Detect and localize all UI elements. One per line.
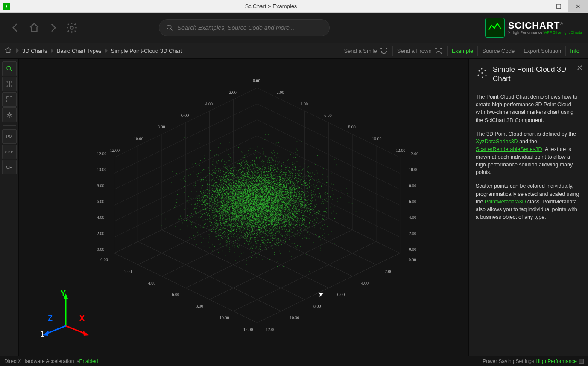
svg-point-1 (167, 25, 171, 29)
app-icon: ✦ (3, 3, 10, 10)
power-saving-label: Power Saving Settings: (483, 358, 535, 364)
info-panel: ✕ Simple Point-Cloud 3D Chart The Point-… (468, 59, 588, 356)
logo-name: SCICHART (508, 20, 560, 31)
close-panel-button[interactable]: ✕ (576, 63, 583, 73)
link-scatterrenderableseries3d[interactable]: ScatterRenderableSeries3D (476, 146, 542, 152)
breadcrumb-home-icon[interactable] (4, 46, 13, 55)
gear-tool-button[interactable] (2, 107, 17, 122)
link-xyzdataseries3d[interactable]: XyzDataSeries3D (476, 139, 518, 145)
zoom-tool-button[interactable] (2, 61, 17, 76)
status-indicator[interactable] (579, 359, 584, 364)
svg-point-16 (478, 75, 479, 76)
op-tool-button[interactable]: OP (2, 160, 17, 174)
svg-text:Y: Y (61, 289, 66, 298)
search-icon (166, 24, 173, 32)
send-frown-button[interactable]: Send a Frown (392, 46, 447, 56)
back-button[interactable] (9, 21, 22, 35)
svg-text:X: X (79, 314, 85, 322)
svg-point-14 (479, 70, 480, 72)
window-title: SciChart > Examples (13, 3, 529, 9)
frown-icon (434, 48, 443, 54)
home-button[interactable] (27, 21, 41, 35)
chevron-right-icon (51, 48, 53, 53)
tab-export-solution[interactable]: Export Solution (519, 46, 565, 56)
svg-marker-8 (83, 331, 89, 336)
hw-accel-value: Enabled (79, 358, 98, 364)
hw-accel-label: DirectX Hardware Acceleration is (4, 358, 79, 364)
chart-tools-sidebar: PM SIZE OP (0, 59, 19, 356)
send-smile-button[interactable]: Send a Smile (339, 46, 392, 56)
breadcrumb-row: 3D Charts Basic Chart Types Simple Point… (0, 43, 588, 59)
svg-point-0 (70, 26, 73, 29)
status-bar: DirectX Hardware Acceleration is Enabled… (0, 356, 588, 366)
tab-example[interactable]: Example (447, 46, 478, 56)
svg-point-20 (480, 73, 480, 74)
link-pointmetadata3d[interactable]: PointMetadata3D (485, 199, 526, 205)
svg-text:Z: Z (48, 314, 53, 322)
info-panel-body: The Point-Cloud Chart demo shows how to … (476, 93, 581, 221)
chart-overlay-number: 1 (40, 330, 44, 339)
brand-logo: SCICHART® > High Performance WPF Silverl… (485, 18, 582, 38)
chart-3d-viewport[interactable]: Y X Z 1 ➤ (19, 59, 468, 356)
size-tool-button[interactable]: SIZE (2, 145, 17, 159)
maximize-button[interactable]: ☐ (549, 0, 568, 13)
pm-tool-button[interactable]: PM (2, 129, 17, 144)
breadcrumb-item[interactable]: Basic Chart Types (55, 48, 103, 54)
forward-button[interactable] (46, 21, 60, 35)
breadcrumb-item[interactable]: 3D Charts (20, 48, 49, 54)
fullscreen-tool-button[interactable] (2, 92, 17, 107)
svg-point-18 (481, 68, 483, 70)
logo-icon (485, 18, 505, 38)
search-input[interactable] (178, 24, 322, 31)
svg-point-21 (484, 73, 485, 73)
settings-button[interactable] (65, 21, 79, 35)
breadcrumb-item[interactable]: Simple Point-Cloud 3D Chart (109, 48, 184, 54)
power-saving-value: High Performance (535, 358, 577, 364)
top-toolbar: SCICHART® > High Performance WPF Silverl… (0, 13, 588, 43)
chevron-right-icon (16, 48, 19, 53)
smile-icon (380, 48, 388, 54)
chevron-right-icon (105, 48, 108, 53)
svg-point-15 (485, 70, 486, 71)
tab-info[interactable]: Info (565, 46, 584, 56)
svg-point-19 (482, 77, 483, 78)
window-titlebar: ✦ SciChart > Examples — ☐ ✕ (0, 0, 588, 13)
info-panel-title: Simple Point-Cloud 3D Chart (493, 65, 581, 84)
scatter-icon (476, 67, 489, 79)
svg-point-13 (481, 72, 483, 74)
svg-point-17 (486, 75, 487, 76)
window-close-button[interactable]: ✕ (568, 0, 588, 13)
tab-source-code[interactable]: Source Code (477, 46, 519, 56)
svg-point-3 (8, 114, 10, 116)
minimize-button[interactable]: — (529, 0, 549, 13)
axis-gizmo: Y X Z (40, 288, 91, 339)
svg-point-2 (7, 66, 11, 70)
pan-tool-button[interactable] (2, 77, 17, 91)
search-box[interactable] (159, 19, 330, 36)
